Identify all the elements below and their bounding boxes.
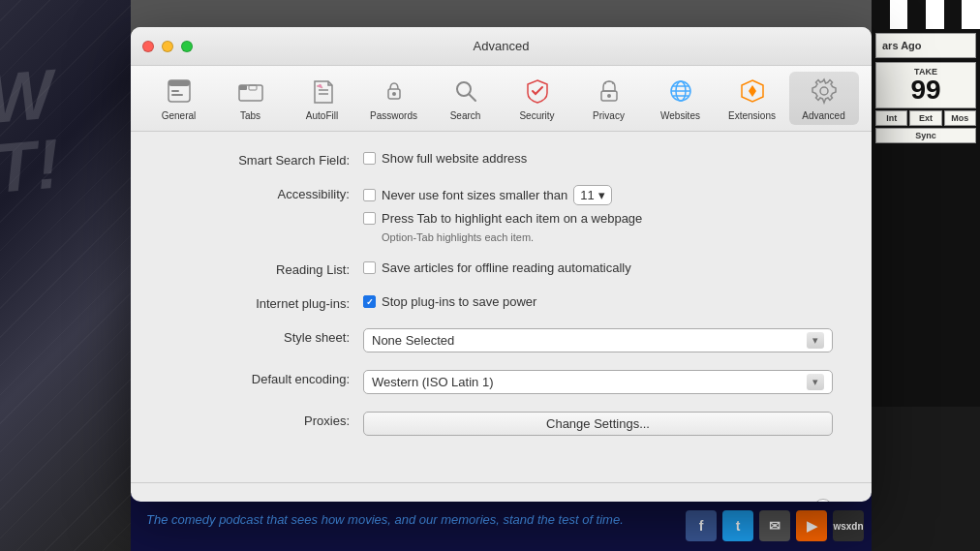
passwords-icon — [379, 76, 410, 107]
font-size-value: 11 — [580, 188, 594, 202]
default-encoding-value: Western (ISO Latin 1) — [372, 375, 493, 389]
font-size-select[interactable]: 11 ▾ — [573, 185, 611, 205]
maximize-button[interactable] — [181, 41, 193, 52]
close-button[interactable] — [142, 41, 154, 52]
svg-rect-5 — [239, 85, 247, 90]
accessibility-font-text: Never use font sizes smaller than — [382, 188, 567, 202]
tab-search[interactable]: Search — [431, 72, 501, 125]
smart-search-label: Smart Search Field: — [169, 151, 363, 168]
font-size-arrow: ▾ — [598, 188, 605, 202]
style-sheet-label: Style sheet: — [169, 328, 363, 345]
search-icon — [450, 76, 481, 107]
social-rss[interactable]: ▶ — [796, 510, 827, 541]
toolbar: General Tabs — [131, 66, 872, 132]
reading-list-checkbox[interactable] — [363, 261, 376, 274]
change-settings-button[interactable]: Change Settings... — [363, 412, 833, 436]
internet-plugins-checkbox[interactable] — [363, 295, 376, 308]
internet-plugins-checkbox-label[interactable]: Stop plug-ins to save power — [363, 294, 833, 309]
proxies-row: Proxies: Change Settings... — [169, 412, 833, 436]
internet-plugins-text: Stop plug-ins to save power — [382, 294, 536, 309]
general-icon — [164, 76, 195, 107]
social-email[interactable]: ✉ — [759, 510, 790, 541]
default-encoding-row: Default encoding: Western (ISO Latin 1) … — [169, 370, 833, 394]
internet-plugins-row: Internet plug-ins: Stop plug-ins to save… — [169, 294, 833, 311]
minimize-button[interactable] — [162, 41, 173, 52]
settings-content: Smart Search Field: Show full website ad… — [131, 132, 872, 473]
svg-point-14 — [607, 94, 611, 98]
accessibility-font-checkbox[interactable] — [363, 189, 376, 201]
tab-websites[interactable]: Websites — [646, 72, 716, 125]
proxies-label: Proxies: — [169, 412, 363, 428]
tab-extensions[interactable]: Extensions — [718, 72, 787, 125]
tab-privacy[interactable]: Privacy — [574, 72, 644, 125]
privacy-icon — [594, 76, 625, 107]
tab-tabs[interactable]: Tabs — [216, 72, 286, 125]
tab-autofill[interactable]: AutoFill — [288, 72, 357, 125]
advanced-icon — [809, 76, 840, 107]
svg-rect-2 — [171, 90, 179, 92]
social-twitter[interactable]: t — [722, 510, 753, 541]
smart-search-checkbox[interactable] — [363, 152, 376, 165]
tab-advanced[interactable]: Advanced — [789, 72, 859, 125]
tab-general[interactable]: General — [144, 72, 214, 125]
default-encoding-arrow: ▾ — [807, 374, 824, 390]
window-controls — [142, 41, 193, 52]
social-icons-container: f t ✉ ▶ wsxdn — [686, 510, 864, 541]
accessibility-hint: Option-Tab highlights each item. — [382, 231, 833, 243]
social-facebook[interactable]: f — [686, 510, 717, 541]
tab-general-label: General — [162, 110, 197, 121]
style-sheet-select[interactable]: None Selected ▾ — [363, 328, 833, 352]
accessibility-label: Accessibility: — [169, 185, 363, 201]
help-button[interactable]: ? — [813, 499, 833, 502]
style-sheet-controls: None Selected ▾ — [363, 328, 833, 352]
tab-advanced-label: Advanced — [802, 110, 844, 121]
tab-privacy-label: Privacy — [593, 110, 625, 121]
tab-tabs-label: Tabs — [240, 110, 260, 121]
accessibility-font-label[interactable]: Never use font sizes smaller than — [363, 188, 567, 202]
tab-passwords-label: Passwords — [370, 110, 417, 121]
default-encoding-controls: Western (ISO Latin 1) ▾ — [363, 370, 833, 394]
svg-point-21 — [820, 87, 828, 95]
accessibility-tab-label[interactable]: Press Tab to highlight each item on a we… — [363, 211, 833, 226]
bottom-bar: Show Develop menu in menu bar ? — [131, 482, 872, 502]
develop-menu-text: Show Develop menu in menu bar — [188, 502, 374, 503]
default-encoding-select[interactable]: Western (ISO Latin 1) ▾ — [363, 370, 833, 394]
tab-security-label: Security — [519, 110, 554, 121]
social-website[interactable]: wsxdn — [833, 510, 864, 541]
develop-menu-label[interactable]: Show Develop menu in menu bar — [169, 502, 374, 503]
background-left: W T! — [0, 0, 131, 551]
svg-point-10 — [392, 92, 396, 96]
clapboard-cell-int: Int — [875, 110, 907, 126]
style-sheet-arrow: ▾ — [807, 332, 824, 349]
smart-search-row: Smart Search Field: Show full website ad… — [169, 151, 833, 168]
svg-rect-1 — [168, 80, 190, 86]
tab-extensions-label: Extensions — [728, 110, 776, 121]
reading-list-label: Reading List: — [169, 260, 363, 277]
clapboard-take: TAKE 99 — [875, 62, 976, 108]
preferences-dialog: Advanced General — [131, 27, 872, 502]
clapboard-title: ars Ago — [875, 33, 976, 58]
extensions-icon — [737, 76, 768, 107]
clapboard-cell-ext: Ext — [909, 110, 941, 126]
bg-text: W T! — [0, 52, 131, 203]
clapboard-cell-sync: Sync — [875, 128, 976, 143]
smart-search-controls: Show full website address — [363, 151, 833, 166]
tab-search-label: Search — [450, 110, 481, 121]
security-icon — [522, 76, 553, 107]
reading-list-checkbox-label[interactable]: Save articles for offline reading automa… — [363, 260, 833, 275]
tab-security[interactable]: Security — [503, 72, 572, 125]
tab-websites-label: Websites — [660, 110, 700, 121]
default-encoding-label: Default encoding: — [169, 370, 363, 386]
tab-passwords[interactable]: Passwords — [359, 72, 429, 125]
style-sheet-value: None Selected — [372, 333, 454, 348]
smart-search-checkbox-label[interactable]: Show full website address — [363, 151, 833, 166]
accessibility-tab-checkbox[interactable] — [363, 212, 376, 225]
reading-list-controls: Save articles for offline reading automa… — [363, 260, 833, 275]
background-right: ars Ago TAKE 99 Int Ext Mos Sync — [872, 0, 980, 551]
reading-list-row: Reading List: Save articles for offline … — [169, 260, 833, 277]
svg-rect-3 — [171, 94, 183, 96]
proxies-controls: Change Settings... — [363, 412, 833, 436]
accessibility-row: Accessibility: Never use font sizes smal… — [169, 185, 833, 243]
window-title: Advanced — [474, 39, 530, 53]
svg-line-12 — [469, 94, 475, 101]
